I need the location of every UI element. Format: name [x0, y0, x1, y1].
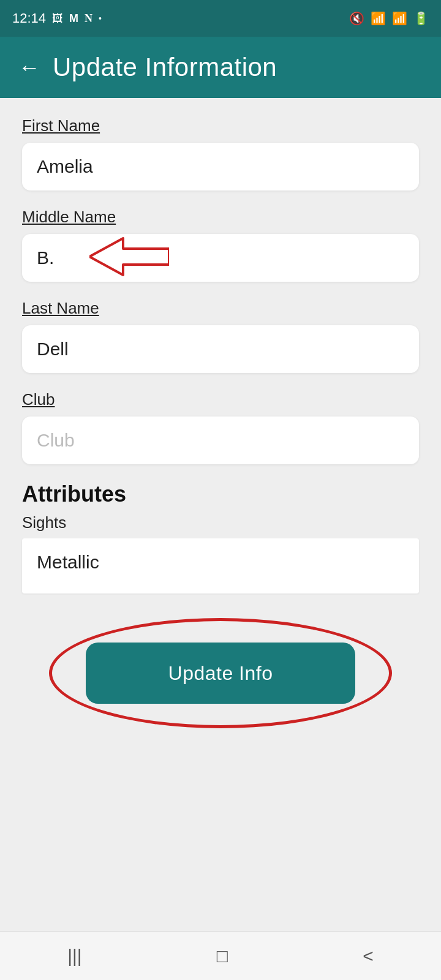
middle-name-wrapper: [22, 234, 419, 282]
button-area: Update Info: [22, 643, 419, 704]
back-button[interactable]: ←: [18, 56, 40, 78]
middle-name-label: Middle Name: [22, 208, 419, 227]
middle-name-group: Middle Name: [22, 208, 419, 282]
last-name-input[interactable]: [22, 325, 419, 373]
attributes-section: Attributes Sights Metallic: [22, 481, 419, 594]
last-name-label: Last Name: [22, 299, 419, 318]
home-icon[interactable]: □: [217, 947, 228, 965]
mail-icon: M: [69, 12, 78, 25]
middle-name-input[interactable]: [22, 234, 419, 282]
time-display: 12:14: [12, 10, 46, 26]
club-input[interactable]: [22, 417, 419, 464]
first-name-input[interactable]: [22, 143, 419, 190]
mute-icon: 🔇: [349, 11, 364, 26]
update-info-button[interactable]: Update Info: [86, 643, 355, 704]
dot-icon: •: [99, 13, 102, 23]
first-name-label: First Name: [22, 116, 419, 135]
photo-icon: 🖼: [52, 12, 63, 25]
attributes-title: Attributes: [22, 481, 419, 507]
content-area: First Name Middle Name Last Name Club At…: [0, 98, 441, 980]
status-bar: 12:14 🖼 M N • 🔇 📶 📶 🔋: [0, 0, 441, 37]
club-group: Club: [22, 390, 419, 464]
status-bar-left: 12:14 🖼 M N •: [12, 10, 102, 26]
last-name-group: Last Name: [22, 299, 419, 373]
first-name-group: First Name: [22, 116, 419, 190]
toolbar: ← Update Information: [0, 37, 441, 98]
page-title: Update Information: [53, 53, 277, 82]
wifi-icon: 📶: [371, 11, 386, 26]
sights-label: Sights: [22, 513, 419, 532]
battery-icon: 🔋: [413, 11, 429, 26]
bottom-nav: ||| □ <: [0, 931, 441, 980]
back-nav-icon[interactable]: <: [363, 947, 374, 965]
sights-value: Metallic: [22, 538, 419, 594]
club-label: Club: [22, 390, 419, 409]
status-bar-right: 🔇 📶 📶 🔋: [349, 11, 429, 26]
signal-icon: 📶: [392, 11, 407, 26]
recent-apps-icon[interactable]: |||: [67, 947, 81, 965]
netflix-icon: N: [85, 12, 92, 25]
